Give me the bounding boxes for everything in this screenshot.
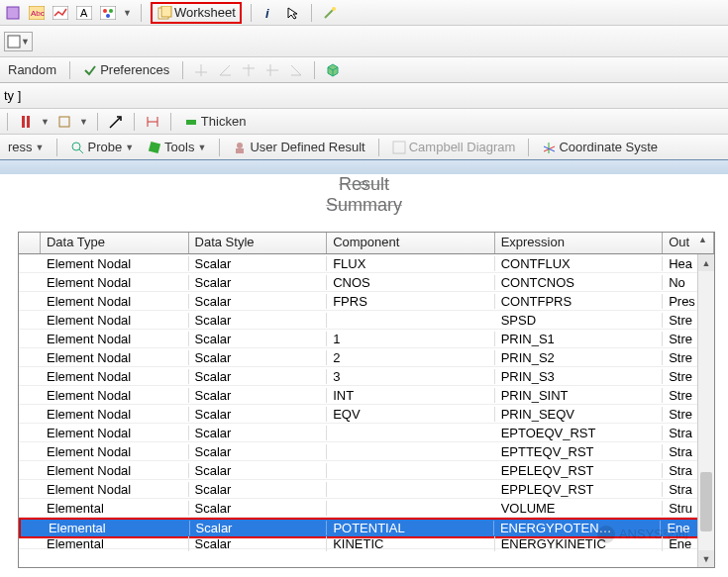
random-button[interactable]: Random [4,59,60,81]
separator [378,139,379,156]
campbell-diagram-button: Campbell Diagram [388,137,520,158]
table-row[interactable]: Element NodalScalarFLUXCONTFLUXHea [19,254,714,273]
svg-text:A: A [80,7,88,19]
table-row[interactable]: Element NodalScalar1PRIN_S1Stre [19,330,714,348]
coordinate-system-button[interactable]: Coordinate Syste [538,137,662,158]
cell-component: 1 [327,332,495,346]
cell-expression: CONTFLUX [495,256,664,271]
cell-expression: EPTTEQV_RST [495,444,664,459]
text-a-icon[interactable]: A [75,4,93,22]
scroll-up-button[interactable]: ▲ [698,254,714,271]
cell-data-type: Element Nodal [41,369,189,384]
cube-icon[interactable] [324,61,342,79]
table-row[interactable]: Element NodalScalarEPPLEQV_RSTStra [19,480,714,499]
toolbar-row-5: ▼ ▼ Thicken [0,109,728,135]
svg-point-34 [72,143,80,150]
ress-button[interactable]: ress▼ [4,137,48,158]
worksheet-button[interactable]: Worksheet [151,2,242,24]
cell-data-style: Scalar [189,501,328,516]
box-icon [7,35,21,48]
cell-data-style: Scalar [189,294,328,309]
table-row[interactable]: Element NodalScalarCNOSCONTCNOSNo [19,273,714,292]
cell-expression: CONTFPRS [495,294,664,309]
col-component[interactable]: Component [327,233,495,253]
cell-expression: PRIN_SINT [495,388,664,403]
table-row[interactable]: Element NodalScalarEPTTEQV_RSTStra [19,442,714,461]
dropdown-arrow-icon[interactable]: ▼ [79,117,88,127]
col-expression[interactable]: Expression [495,233,664,253]
tool-b-icon[interactable] [55,113,73,131]
cell-data-type: Elemental [41,501,189,516]
table-row[interactable]: Element NodalScalarFPRSCONTFPRSPres [19,292,714,311]
pointer-arrow-icon[interactable] [284,4,302,22]
info-icon[interactable]: i [260,4,278,22]
cell-data-style: Scalar [190,521,328,535]
dimension-icon[interactable] [144,113,161,131]
cell-data-type: Element Nodal [41,275,189,290]
dropdown-arrow-icon[interactable]: ▼ [41,117,50,127]
separator [69,61,70,79]
cell-expression: PRIN_S3 [495,369,664,384]
separator [97,113,98,131]
table-row[interactable]: Element NodalScalarEPTOEQV_RSTStra [19,424,714,442]
probe-button[interactable]: Probe▼ [66,137,138,158]
chart-icon[interactable] [52,4,69,22]
cell-data-style: Scalar [189,332,328,346]
vertical-scrollbar[interactable]: ▲ ▼ [697,254,714,567]
cell-component: 3 [327,369,495,384]
tools-button[interactable]: Tools▼ [144,137,210,158]
separator [56,139,57,156]
probe-icon [70,141,84,154]
table-row[interactable]: Element NodalScalarEQVPRIN_SEQVStre [19,405,714,424]
color-selector[interactable]: ▼ [4,32,33,51]
dropdown-arrow-icon[interactable]: ▼ [123,8,132,18]
preferences-button[interactable]: Preferences [79,59,173,81]
svg-line-35 [79,149,83,153]
cell-data-type: Element Nodal [41,332,189,346]
cell-component: POTENTIAL [327,521,494,535]
tool-a-icon[interactable] [17,113,35,131]
cell-data-style: Scalar [189,350,328,365]
wand-icon[interactable] [321,4,339,22]
col-data-style[interactable]: Data Style [189,233,328,253]
table-row[interactable]: Element NodalScalarEPELEQV_RSTStra [19,461,714,480]
table-row[interactable]: ElementalScalarVOLUMEStru [19,499,714,518]
toolbar-row-4: ty ] [0,83,728,109]
scroll-down-button[interactable]: ▼ [698,550,714,567]
svg-line-18 [220,65,230,75]
table-row[interactable]: Element NodalScalar3PRIN_S3Stre [19,367,714,386]
separator [170,113,171,131]
cell-data-style: Scalar [189,313,328,328]
cell-expression: EPELEQV_RST [495,463,664,478]
table-header-row: Data Type Data Style Component Expressio… [19,233,714,254]
scroll-up-icon: ▲ [698,235,707,251]
cell-data-type: Elemental [41,536,189,551]
separator [182,61,183,79]
abc-icon[interactable]: Abc [28,4,46,22]
thicken-button[interactable]: Thicken [180,111,251,133]
col-data-type[interactable]: Data Type [41,233,189,253]
palette-icon[interactable] [99,4,117,22]
cell-component: FPRS [327,294,495,309]
user-defined-result-button[interactable]: User Defined Result [229,137,368,158]
cell-data-type: Element Nodal [41,294,189,309]
scroll-thumb[interactable] [700,472,712,531]
table-row[interactable]: Element NodalScalarINTPRIN_SINTStre [19,386,714,405]
table-row[interactable]: Element NodalScalarSPSDStre [19,311,714,330]
symmetry-icon[interactable] [4,4,22,22]
col-handle[interactable] [19,233,41,253]
col-output[interactable]: Out▲ [663,233,714,253]
cell-data-type: Element Nodal [41,407,189,422]
separator [141,4,142,22]
svg-rect-0 [7,7,19,19]
thicken-icon [184,115,198,129]
separator [219,139,220,156]
toolbar-row-1: Abc A ▼ Worksheet i [0,0,728,26]
svg-point-8 [109,9,113,13]
svg-line-24 [291,65,301,75]
axis2-icon [216,61,234,79]
worksheet-label: Worksheet [174,5,236,20]
arrow-icon[interactable] [107,113,125,131]
separator [311,4,312,22]
table-row[interactable]: Element NodalScalar2PRIN_S2Stre [19,348,714,367]
